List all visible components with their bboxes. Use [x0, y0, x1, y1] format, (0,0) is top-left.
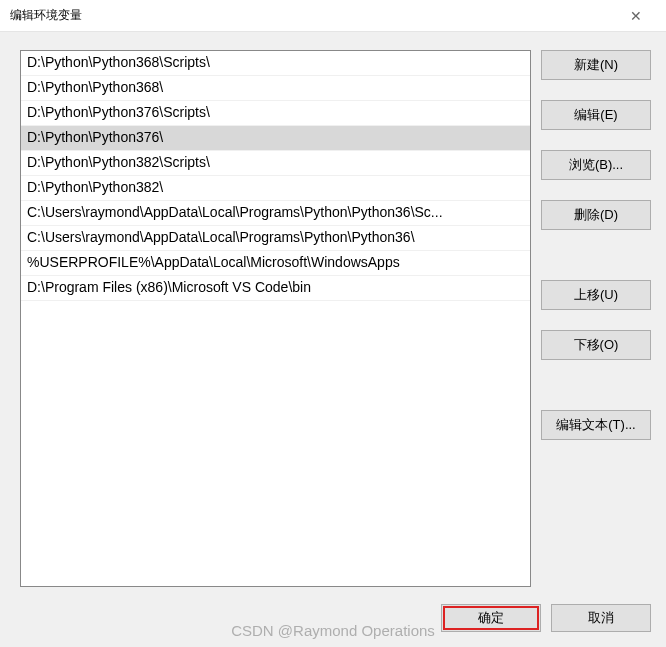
- dialog-body: D:\Python\Python368\Scripts\ D:\Python\P…: [0, 32, 666, 599]
- list-item[interactable]: D:\Python\Python382\: [21, 176, 530, 201]
- list-item[interactable]: D:\Python\Python368\: [21, 76, 530, 101]
- list-item[interactable]: D:\Python\Python368\Scripts\: [21, 51, 530, 76]
- list-item[interactable]: D:\Python\Python376\Scripts\: [21, 101, 530, 126]
- cancel-button[interactable]: 取消: [551, 604, 651, 632]
- delete-button[interactable]: 删除(D): [541, 200, 651, 230]
- browse-button[interactable]: 浏览(B)...: [541, 150, 651, 180]
- list-item[interactable]: C:\Users\raymond\AppData\Local\Programs\…: [21, 201, 530, 226]
- list-item[interactable]: C:\Users\raymond\AppData\Local\Programs\…: [21, 226, 530, 251]
- list-item[interactable]: %USERPROFILE%\AppData\Local\Microsoft\Wi…: [21, 251, 530, 276]
- side-button-group: 新建(N) 编辑(E) 浏览(B)... 删除(D) 上移(U) 下移(O) 编…: [541, 50, 651, 587]
- list-item[interactable]: D:\Program Files (x86)\Microsoft VS Code…: [21, 276, 530, 301]
- close-icon[interactable]: ✕: [616, 1, 656, 31]
- edit-text-button[interactable]: 编辑文本(T)...: [541, 410, 651, 440]
- new-button[interactable]: 新建(N): [541, 50, 651, 80]
- dialog-footer: 确定 取消: [0, 599, 666, 647]
- move-down-button[interactable]: 下移(O): [541, 330, 651, 360]
- titlebar: 编辑环境变量 ✕: [0, 0, 666, 32]
- list-item[interactable]: D:\Python\Python382\Scripts\: [21, 151, 530, 176]
- list-item[interactable]: D:\Python\Python376\: [21, 126, 530, 151]
- edit-button[interactable]: 编辑(E): [541, 100, 651, 130]
- move-up-button[interactable]: 上移(U): [541, 280, 651, 310]
- ok-button[interactable]: 确定: [441, 604, 541, 632]
- path-listbox[interactable]: D:\Python\Python368\Scripts\ D:\Python\P…: [20, 50, 531, 587]
- window-title: 编辑环境变量: [10, 7, 82, 24]
